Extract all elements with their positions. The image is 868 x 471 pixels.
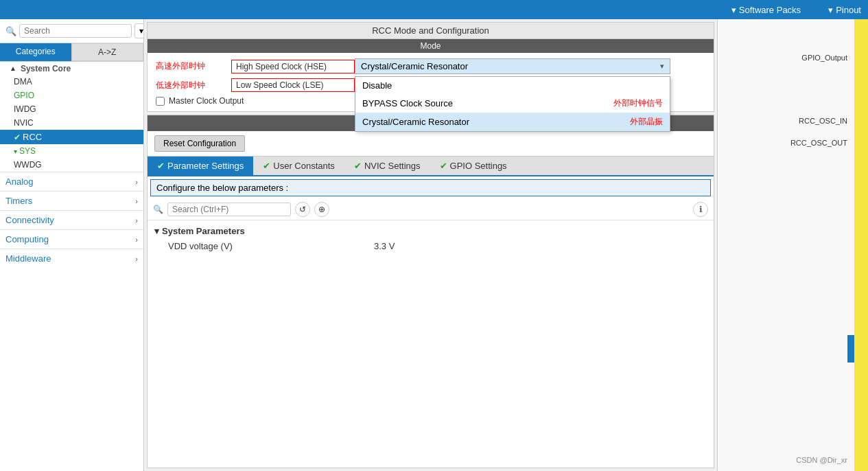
tab-check-icon: ✔ [263,161,270,171]
lse-label: Low Speed Clock (LSE) [231,78,355,92]
tab-user-constants[interactable]: ✔ User Constants [253,157,344,175]
sidebar-item-rcc[interactable]: ✔ RCC [0,130,143,144]
configure-text: Configure the below parameters : [156,183,288,193]
hse-label: High Speed Clock (HSE) [231,60,355,73]
section-collapse-icon: ▾ [154,226,159,236]
expand-icon: ▲ [5,63,21,73]
param-row-vdd: VDD voltage (V) 3.3 V [148,239,714,253]
hse-dropdown-open: Disable BYPASS Clock Source 外部时钟信号 Cryst… [355,76,670,132]
sidebar-category-computing[interactable]: Computing › [0,229,143,249]
config-params: ▾ System Parameters VDD voltage (V) 3.3 … [148,220,714,468]
sidebar-item-nvic[interactable]: NVIC [0,116,143,130]
lse-label-cn: 低速外部时钟 [156,80,231,91]
info-icon-btn[interactable]: ℹ [693,202,708,217]
refresh-icon-btn[interactable]: ↺ [295,202,310,217]
configure-text-bar: Configure the below parameters : [150,179,711,196]
sidebar-search-row: 🔍 ▾ ⚙ [0,19,143,43]
sidebar-item-gpio[interactable]: GPIO [0,89,143,102]
hse-label-cn: 高速外部时钟 [156,60,231,72]
pinout-label-rcc-osc-out: RCC_OSC_OUT [790,139,847,147]
dropdown-option-bypass[interactable]: BYPASS Clock Source 外部时钟信号 [355,94,670,113]
system-core-label: System Core [21,64,71,73]
sidebar-item-iwdg[interactable]: IWDG [0,102,143,116]
dropdown-option-crystal[interactable]: Crystal/Ceramic Resonator 外部晶振 [355,113,670,131]
pinout-label-rcc-osc-in: RCC_OSC_IN [790,117,847,125]
sidebar-category-timers[interactable]: Timers › [0,191,143,210]
dropdown-chevron-icon: ▾ [660,62,664,71]
watermark: CSDN @Dir_xr [796,456,847,464]
main-layout: 🔍 ▾ ⚙ Categories A->Z ▲ System Core DMA … [0,19,868,471]
chevron-right-icon: › [135,216,138,225]
tab-gpio-settings[interactable]: ✔ GPIO Settings [430,157,517,175]
search-dropdown[interactable]: ▾ [134,23,144,38]
chevron-right-icon: › [135,178,138,186]
system-core-header[interactable]: ▲ System Core [0,62,143,75]
pinout-menu[interactable]: ▾ Pinout [828,5,861,15]
tab-nvic-settings[interactable]: ✔ NVIC Settings [344,157,430,175]
section-label: System Parameters [162,226,245,236]
sidebar-tabs: Categories A->Z [0,43,143,62]
mode-section-label: Mode [148,39,714,53]
tab-label: NVIC Settings [364,161,421,171]
hse-row: 高速外部时钟 High Speed Clock (HSE) Crystal/Ce… [156,58,705,74]
dropdown-option-disable[interactable]: Disable [355,77,670,94]
sidebar-category-connectivity[interactable]: Connectivity › [0,210,143,229]
params-section-header[interactable]: ▾ System Parameters [148,223,714,239]
search-input[interactable] [19,24,132,38]
master-clock-checkbox[interactable] [156,97,165,106]
config-search-row: 🔍 ↺ ⊕ ℹ [148,199,714,220]
sidebar-item-wwdg[interactable]: WWDG [0,158,143,172]
option-crystal-label: Crystal/Ceramic Resonator [362,117,469,127]
top-bar: ▾ Software Packs ▾ Pinout [0,0,868,19]
mode-content: 高速外部时钟 High Speed Clock (HSE) Crystal/Ce… [148,53,714,111]
tab-categories[interactable]: Categories [0,43,71,61]
connectivity-label: Connectivity [5,215,54,225]
content-area: RCC Mode and Configuration Mode 高速外部时钟 H… [144,19,717,471]
tab-check-icon: ✔ [354,161,362,171]
rcc-panel: RCC Mode and Configuration Mode 高速外部时钟 H… [147,22,714,112]
tab-label: User Constants [273,161,335,171]
config-search-input[interactable] [167,203,291,216]
param-value-vdd: 3.3 V [374,241,395,251]
tab-check-icon: ✔ [157,161,165,171]
option-bypass-label: BYPASS Clock Source [362,98,453,108]
option-crystal-annotation: 外部晶振 [630,116,663,128]
computing-label: Computing [5,234,49,244]
sidebar-item-dma[interactable]: DMA [0,75,143,89]
chevron-right-icon: › [135,197,138,205]
chevron-down-icon: ▾ [731,5,736,15]
hse-selected-value: Crystal/Ceramic Resonator [361,61,468,71]
software-packs-label: Software Packs [739,5,801,15]
option-bypass-annotation: 外部时钟信号 [613,97,663,109]
config-toolbar: Reset Configuration [148,131,714,157]
expand-icon-btn[interactable]: ⊕ [314,202,329,217]
middleware-label: Middleware [5,253,51,264]
tab-az[interactable]: A->Z [71,43,144,61]
sidebar-content: ▲ System Core DMA GPIO IWDG NVIC ✔ RCC ▾… [0,62,143,471]
master-clock-label: Master Clock Output [169,96,244,106]
pinout-yellow-bar [854,19,868,471]
tab-check-icon: ✔ [440,161,447,171]
panel-title: RCC Mode and Configuration [148,23,714,39]
sidebar-category-middleware[interactable]: Middleware › [0,249,143,268]
sidebar-item-sys[interactable]: ▾ SYS [0,144,143,158]
sidebar-category-analog[interactable]: Analog › [0,172,143,191]
pinout-labels: GPIO_Output RCC_OSC_IN RCC_OSC_OUT [790,54,847,147]
config-tabs: ✔ Parameter Settings ✔ User Constants ✔ … [148,157,714,176]
option-disable-label: Disable [362,80,392,91]
tab-parameter-settings[interactable]: ✔ Parameter Settings [148,157,253,175]
tab-label: GPIO Settings [450,161,507,171]
check-icon: ✔ [14,133,21,142]
timers-label: Timers [5,196,32,206]
software-packs-menu[interactable]: ▾ Software Packs [731,5,801,15]
search-icon: 🔍 [5,26,16,36]
param-name-vdd: VDD voltage (V) [168,241,374,251]
pinout-label-gpio-output: GPIO_Output [790,54,847,62]
hse-dropdown[interactable]: Crystal/Ceramic Resonator ▾ [355,58,670,74]
tab-label: Parameter Settings [167,161,244,171]
rcc-label: RCC [23,132,42,142]
reset-config-button[interactable]: Reset Configuration [154,135,245,152]
config-panel: Configuration Reset Configuration ✔ Para… [147,115,714,468]
sidebar: 🔍 ▾ ⚙ Categories A->Z ▲ System Core DMA … [0,19,144,471]
pinout-label: Pinout [836,5,861,15]
